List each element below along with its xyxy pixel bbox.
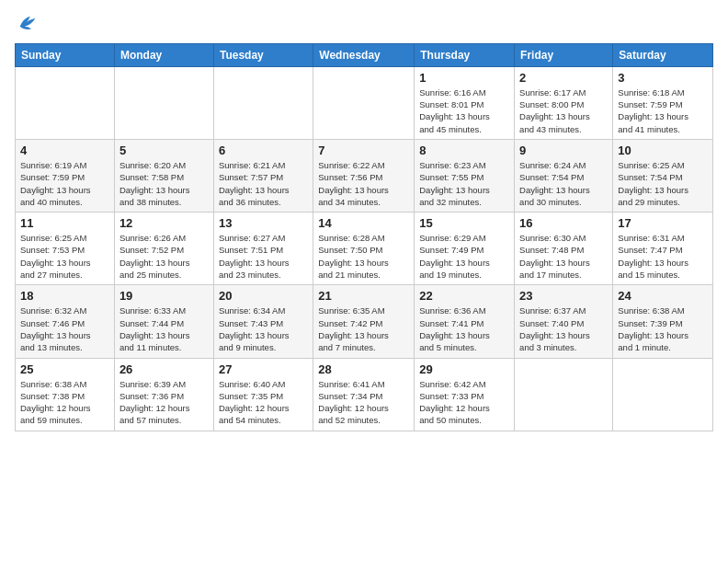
calendar-cell: 20Sunrise: 6:34 AM Sunset: 7:43 PM Dayli… [213,285,313,358]
day-number: 22 [419,289,509,303]
calendar-weekday-wednesday: Wednesday [313,43,415,66]
calendar-cell: 29Sunrise: 6:42 AM Sunset: 7:33 PM Dayli… [415,358,515,431]
day-info: Sunrise: 6:35 AM Sunset: 7:42 PM Dayligh… [318,304,409,353]
day-number: 12 [119,216,209,230]
day-info: Sunrise: 6:24 AM Sunset: 7:54 PM Dayligh… [519,159,608,208]
calendar-cell: 8Sunrise: 6:23 AM Sunset: 7:55 PM Daylig… [415,139,515,212]
calendar-cell: 13Sunrise: 6:27 AM Sunset: 7:51 PM Dayli… [213,213,313,285]
calendar-week-row: 11Sunrise: 6:25 AM Sunset: 7:53 PM Dayli… [16,213,713,285]
day-number: 15 [419,216,509,230]
day-info: Sunrise: 6:30 AM Sunset: 7:48 PM Dayligh… [519,232,608,281]
day-info: Sunrise: 6:23 AM Sunset: 7:55 PM Dayligh… [419,159,509,208]
day-info: Sunrise: 6:25 AM Sunset: 7:54 PM Dayligh… [618,159,708,208]
calendar-week-row: 18Sunrise: 6:32 AM Sunset: 7:46 PM Dayli… [16,285,713,358]
day-number: 11 [20,216,109,230]
calendar-cell: 19Sunrise: 6:33 AM Sunset: 7:44 PM Dayli… [114,285,213,358]
calendar-cell [313,66,415,139]
day-number: 19 [119,289,209,303]
calendar-week-row: 1Sunrise: 6:16 AM Sunset: 8:01 PM Daylig… [16,66,713,139]
calendar-cell: 17Sunrise: 6:31 AM Sunset: 7:47 PM Dayli… [613,213,713,285]
header [15,9,713,38]
day-number: 8 [419,144,509,157]
calendar-cell: 21Sunrise: 6:35 AM Sunset: 7:42 PM Dayli… [313,285,415,358]
calendar-cell: 18Sunrise: 6:32 AM Sunset: 7:46 PM Dayli… [16,285,115,358]
calendar-cell: 27Sunrise: 6:40 AM Sunset: 7:35 PM Dayli… [213,358,313,431]
day-info: Sunrise: 6:20 AM Sunset: 7:58 PM Dayligh… [119,159,209,208]
calendar-cell: 10Sunrise: 6:25 AM Sunset: 7:54 PM Dayli… [613,139,713,212]
day-number: 29 [419,362,509,376]
day-number: 13 [219,216,308,230]
calendar-cell: 15Sunrise: 6:29 AM Sunset: 7:49 PM Dayli… [415,213,515,285]
day-info: Sunrise: 6:26 AM Sunset: 7:52 PM Dayligh… [119,232,209,281]
day-info: Sunrise: 6:21 AM Sunset: 7:57 PM Dayligh… [219,159,308,208]
day-info: Sunrise: 6:17 AM Sunset: 8:00 PM Dayligh… [519,86,608,135]
day-info: Sunrise: 6:31 AM Sunset: 7:47 PM Dayligh… [618,232,708,281]
day-number: 2 [519,71,608,85]
day-number: 7 [318,144,409,157]
calendar-header-row: SundayMondayTuesdayWednesdayThursdayFrid… [16,43,713,66]
day-number: 24 [618,289,708,303]
day-number: 18 [20,289,109,303]
calendar-cell: 25Sunrise: 6:38 AM Sunset: 7:38 PM Dayli… [16,358,115,431]
day-info: Sunrise: 6:33 AM Sunset: 7:44 PM Dayligh… [119,304,209,353]
calendar-cell: 24Sunrise: 6:38 AM Sunset: 7:39 PM Dayli… [613,285,713,358]
day-number: 17 [618,216,708,230]
calendar-cell: 12Sunrise: 6:26 AM Sunset: 7:52 PM Dayli… [114,213,213,285]
day-number: 26 [119,362,209,376]
day-info: Sunrise: 6:22 AM Sunset: 7:56 PM Dayligh… [318,159,409,208]
calendar-cell [213,66,313,139]
day-info: Sunrise: 6:36 AM Sunset: 7:41 PM Dayligh… [419,304,509,353]
day-info: Sunrise: 6:27 AM Sunset: 7:51 PM Dayligh… [219,232,308,281]
day-number: 4 [20,144,109,157]
day-info: Sunrise: 6:42 AM Sunset: 7:33 PM Dayligh… [419,378,509,427]
calendar-cell [613,358,713,431]
calendar-cell [114,66,213,139]
calendar-weekday-friday: Friday [515,43,613,66]
day-info: Sunrise: 6:38 AM Sunset: 7:39 PM Dayligh… [618,304,708,353]
day-number: 21 [318,289,409,303]
day-info: Sunrise: 6:40 AM Sunset: 7:35 PM Dayligh… [219,378,308,427]
calendar-cell: 11Sunrise: 6:25 AM Sunset: 7:53 PM Dayli… [16,213,115,285]
day-number: 10 [618,144,708,157]
day-number: 23 [519,289,608,303]
calendar-week-row: 25Sunrise: 6:38 AM Sunset: 7:38 PM Dayli… [16,358,713,431]
calendar-cell [16,66,115,139]
day-info: Sunrise: 6:39 AM Sunset: 7:36 PM Dayligh… [119,378,209,427]
calendar-cell: 22Sunrise: 6:36 AM Sunset: 7:41 PM Dayli… [415,285,515,358]
calendar-cell: 23Sunrise: 6:37 AM Sunset: 7:40 PM Dayli… [515,285,613,358]
day-number: 6 [219,144,308,157]
day-number: 14 [318,216,409,230]
logo [15,13,37,38]
day-info: Sunrise: 6:37 AM Sunset: 7:40 PM Dayligh… [519,304,608,353]
day-info: Sunrise: 6:38 AM Sunset: 7:38 PM Dayligh… [20,378,109,427]
day-number: 1 [419,71,509,85]
calendar-cell: 1Sunrise: 6:16 AM Sunset: 8:01 PM Daylig… [415,66,515,139]
calendar-cell: 3Sunrise: 6:18 AM Sunset: 7:59 PM Daylig… [613,66,713,139]
day-info: Sunrise: 6:34 AM Sunset: 7:43 PM Dayligh… [219,304,308,353]
calendar-cell [515,358,613,431]
calendar-cell: 9Sunrise: 6:24 AM Sunset: 7:54 PM Daylig… [515,139,613,212]
day-number: 27 [219,362,308,376]
day-number: 9 [519,144,608,157]
calendar-cell: 7Sunrise: 6:22 AM Sunset: 7:56 PM Daylig… [313,139,415,212]
calendar-table: SundayMondayTuesdayWednesdayThursdayFrid… [15,43,713,431]
calendar-weekday-thursday: Thursday [415,43,515,66]
calendar-cell: 26Sunrise: 6:39 AM Sunset: 7:36 PM Dayli… [114,358,213,431]
calendar-cell: 14Sunrise: 6:28 AM Sunset: 7:50 PM Dayli… [313,213,415,285]
page: SundayMondayTuesdayWednesdayThursdayFrid… [0,0,728,563]
day-info: Sunrise: 6:25 AM Sunset: 7:53 PM Dayligh… [20,232,109,281]
day-number: 20 [219,289,308,303]
logo-bird-icon [17,13,37,33]
day-info: Sunrise: 6:16 AM Sunset: 8:01 PM Dayligh… [419,86,509,135]
day-info: Sunrise: 6:28 AM Sunset: 7:50 PM Dayligh… [318,232,409,281]
day-number: 5 [119,144,209,157]
calendar-cell: 4Sunrise: 6:19 AM Sunset: 7:59 PM Daylig… [16,139,115,212]
day-info: Sunrise: 6:32 AM Sunset: 7:46 PM Dayligh… [20,304,109,353]
day-number: 3 [618,71,708,85]
calendar-weekday-tuesday: Tuesday [213,43,313,66]
calendar-cell: 5Sunrise: 6:20 AM Sunset: 7:58 PM Daylig… [114,139,213,212]
calendar-weekday-sunday: Sunday [16,43,115,66]
day-info: Sunrise: 6:18 AM Sunset: 7:59 PM Dayligh… [618,86,708,135]
day-info: Sunrise: 6:19 AM Sunset: 7:59 PM Dayligh… [20,159,109,208]
day-info: Sunrise: 6:29 AM Sunset: 7:49 PM Dayligh… [419,232,509,281]
